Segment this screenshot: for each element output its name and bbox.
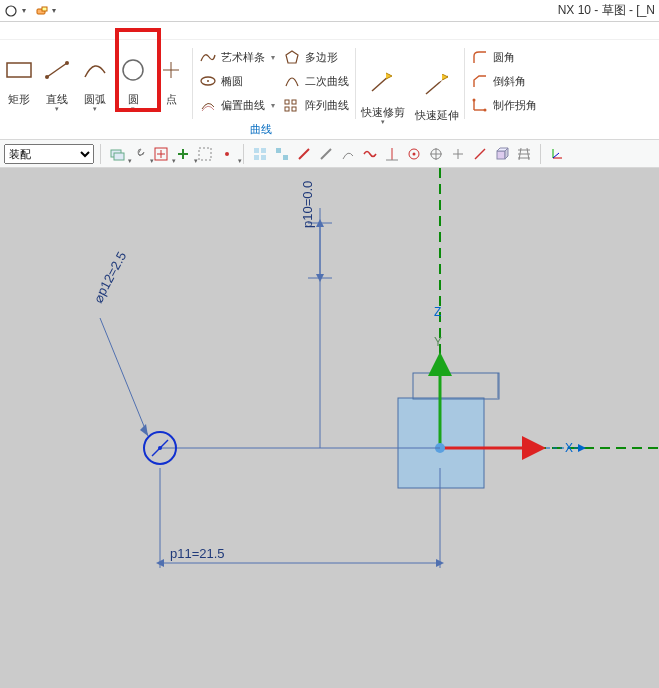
svg-rect-34 <box>261 148 266 153</box>
svg-point-22 <box>473 99 476 102</box>
circle-mode-icon[interactable] <box>4 4 18 18</box>
rectangle-label: 矩形 <box>8 92 30 107</box>
offset-curve-icon <box>199 96 217 114</box>
dim-p10[interactable]: p10=0.0 <box>300 181 315 228</box>
dim-p11[interactable]: p11=21.5 <box>170 546 225 561</box>
svg-rect-2 <box>42 7 47 11</box>
tool-target1-icon[interactable] <box>404 144 424 164</box>
svg-rect-37 <box>276 148 281 153</box>
tool-greenplus-icon[interactable] <box>173 144 193 164</box>
svg-line-77 <box>100 318 148 436</box>
tool-wave-icon[interactable] <box>360 144 380 164</box>
fillet-button[interactable]: 圆角 <box>471 46 537 68</box>
offset-curve-button[interactable]: 偏置曲线▾ <box>199 94 275 116</box>
eraser-dropdown[interactable]: ▾ <box>52 6 60 15</box>
menu-bar <box>0 22 659 40</box>
ellipse-button[interactable]: 椭圆 <box>199 70 275 92</box>
svg-line-50 <box>475 149 485 159</box>
eraser-icon[interactable] <box>34 4 48 18</box>
conic-icon <box>283 72 301 90</box>
svg-point-0 <box>6 6 16 16</box>
assembly-combo[interactable]: 装配 <box>4 144 94 164</box>
svg-point-23 <box>484 109 487 112</box>
svg-point-5 <box>45 75 49 79</box>
svg-rect-13 <box>285 100 289 104</box>
svg-point-11 <box>207 80 209 82</box>
point-button[interactable]: 点 <box>152 46 190 111</box>
tool-cube-icon[interactable] <box>492 144 512 164</box>
svg-line-39 <box>299 149 309 159</box>
tool-perp-icon[interactable] <box>382 144 402 164</box>
axis-z-label: Z <box>434 305 441 319</box>
svg-marker-71 <box>578 444 586 452</box>
svg-point-32 <box>225 152 229 156</box>
circle-mode-dropdown[interactable]: ▾ <box>22 6 30 15</box>
tool-arc-tan-icon[interactable] <box>338 144 358 164</box>
app-title: NX 10 - 草图 - [_N <box>558 2 655 19</box>
axis-y-label: Y <box>434 335 442 349</box>
svg-rect-36 <box>261 155 266 160</box>
chamfer-button[interactable]: 倒斜角 <box>471 70 537 92</box>
art-spline-button[interactable]: 艺术样条▾ <box>199 46 275 68</box>
title-bar: ▾ ▾ NX 10 - 草图 - [_N <box>0 0 659 22</box>
line-button[interactable]: 直线 ▾ <box>38 46 76 117</box>
tool-diag-red-icon[interactable] <box>294 144 314 164</box>
tool-marquee-icon[interactable] <box>195 144 215 164</box>
svg-rect-51 <box>497 151 505 159</box>
svg-rect-31 <box>199 148 211 160</box>
pattern-curve-icon <box>283 96 301 114</box>
tool-wrench-icon[interactable] <box>129 144 149 164</box>
svg-rect-16 <box>292 107 296 111</box>
chamfer-icon <box>471 72 489 90</box>
svg-rect-14 <box>292 100 296 104</box>
tool-layer-icon[interactable] <box>107 144 127 164</box>
tool-plusbox-icon[interactable] <box>151 144 171 164</box>
ellipse-icon <box>199 72 217 90</box>
tool-target2-icon[interactable] <box>426 144 446 164</box>
svg-rect-33 <box>254 148 259 153</box>
svg-point-7 <box>123 60 143 80</box>
tool-wcs-icon[interactable] <box>547 144 567 164</box>
svg-line-4 <box>47 63 67 77</box>
svg-rect-65 <box>413 373 499 399</box>
tool-diag2-icon[interactable] <box>470 144 490 164</box>
tool-grid1-icon[interactable] <box>250 144 270 164</box>
svg-marker-12 <box>286 51 298 63</box>
svg-line-40 <box>321 149 331 159</box>
make-corner-button[interactable]: 制作拐角 <box>471 94 537 116</box>
svg-rect-15 <box>285 107 289 111</box>
polygon-button[interactable]: 多边形 <box>283 46 349 68</box>
svg-line-61 <box>553 153 559 158</box>
svg-line-18 <box>426 82 440 94</box>
svg-rect-25 <box>114 153 124 160</box>
tool-plus-icon[interactable] <box>448 144 468 164</box>
ribbon: 矩形 直线 ▾ 圆弧 ▾ 圆 ▾ 点 艺术样条▾ <box>0 40 659 140</box>
sketch-canvas[interactable]: X Y Z p10=0.0 ⌀p12=2.5 p11=21 <box>0 168 659 688</box>
assembly-select[interactable]: 装配 <box>4 144 94 164</box>
polygon-icon <box>283 48 301 66</box>
rectangle-button[interactable]: 矩形 <box>0 46 38 111</box>
quick-trim-button[interactable]: 快速修剪▾ <box>358 59 408 130</box>
tool-redpoint-icon[interactable] <box>217 144 237 164</box>
svg-rect-3 <box>7 63 31 77</box>
tool-grid2-icon[interactable] <box>272 144 292 164</box>
tool-grid-persp-icon[interactable] <box>514 144 534 164</box>
arc-button[interactable]: 圆弧 ▾ <box>76 46 114 117</box>
point-label: 点 <box>166 92 177 107</box>
svg-rect-35 <box>254 155 259 160</box>
conic-button[interactable]: 二次曲线 <box>283 70 349 92</box>
svg-point-44 <box>413 152 416 155</box>
pattern-curve-button[interactable]: 阵列曲线 <box>283 94 349 116</box>
make-corner-icon <box>471 96 489 114</box>
ribbon-group-label: 曲线 <box>250 122 272 137</box>
secondary-toolbar: 装配 <box>0 140 659 168</box>
svg-point-6 <box>65 61 69 65</box>
svg-point-76 <box>158 446 162 450</box>
tool-diag-grey-icon[interactable] <box>316 144 336 164</box>
spline-icon <box>199 48 217 66</box>
svg-rect-38 <box>283 155 288 160</box>
circle-button[interactable]: 圆 ▾ <box>114 46 152 117</box>
quick-extend-button[interactable]: 快速延伸 <box>412 62 462 127</box>
fillet-icon <box>471 48 489 66</box>
